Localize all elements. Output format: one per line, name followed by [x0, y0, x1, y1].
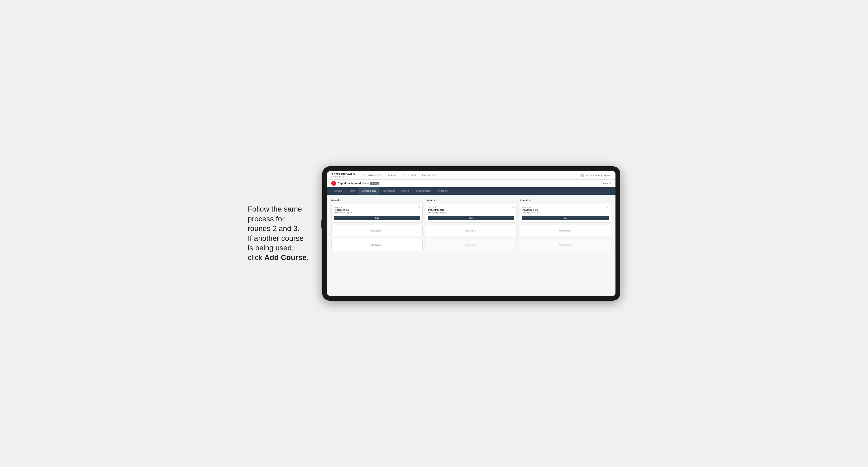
add-course-text-r3-2: Add Course	[559, 244, 570, 246]
round-2-course-tee: Yellow (M) (6629 yds)	[428, 212, 515, 213]
instruction-text: Follow the same process for rounds 2 and…	[248, 205, 309, 261]
round-1-add-course-2-btn[interactable]: Add Course +	[331, 239, 423, 251]
round-1-course-tee: Yellow (M) (6629 yds)	[334, 212, 420, 213]
logo-subtitle: Powered by clippd	[331, 176, 355, 178]
nav-committee[interactable]: COMMITTEE	[401, 173, 417, 178]
round-2-edit-btn[interactable]: Edit	[428, 216, 515, 220]
sign-out-link[interactable]: Sign out	[603, 174, 611, 177]
tab-bar: Details Teams Course Setup Tee Groups Re…	[327, 187, 616, 195]
nav-right: blair@clippd.io | Sign out	[580, 174, 611, 177]
round-1-label: Round 1	[331, 199, 423, 202]
round-1-edit-btn[interactable]: Edit	[334, 216, 420, 220]
add-plus-r2: +	[476, 229, 478, 232]
tab-course-setup[interactable]: Course Setup	[359, 187, 379, 195]
add-course-text-r2-2: Add Course	[464, 244, 475, 246]
cancel-button[interactable]: Cancel ✕	[601, 182, 611, 185]
tab-results[interactable]: Results	[398, 187, 413, 195]
hosting-badge: Hosting	[370, 182, 379, 185]
round-2-course-label: (Course A)	[428, 206, 515, 208]
round-3-label: Round 3	[520, 199, 611, 202]
sub-header: C Clippd Invitational (Men) Hosting Canc…	[327, 180, 616, 187]
top-nav: SCOREBOARD Powered by clippd TOURNAMENTS…	[327, 171, 616, 180]
nav-teams[interactable]: TEAMS	[387, 173, 397, 178]
scoreboard-logo: SCOREBOARD Powered by clippd	[331, 173, 355, 178]
round-2-label: Round 2	[426, 199, 517, 202]
add-plus-r1: +	[382, 229, 384, 232]
round-3-course-tee: Yellow (M) (6629 yds)	[522, 212, 609, 213]
clippd-logo: C	[331, 181, 336, 186]
tab-leaderboards[interactable]: Leaderboards	[413, 187, 434, 195]
add-course-text-r1-2: Add Course	[370, 244, 381, 246]
divider: |	[601, 174, 602, 177]
round-2-course-name: Peachtree GC	[428, 209, 515, 211]
tab-teams[interactable]: Teams	[345, 187, 359, 195]
add-plus-r1-2: +	[382, 244, 384, 246]
round-3-delete-btn[interactable]: ✕	[606, 206, 610, 209]
round-1-course-name: Peachtree GC	[334, 209, 420, 211]
round-3-column: Round 3 ✕ (Course A) Peachtree GC Yellow…	[520, 199, 611, 253]
tablet-screen: SCOREBOARD Powered by clippd TOURNAMENTS…	[327, 171, 616, 296]
user-avatar	[580, 174, 584, 177]
round-3-add-course-btn[interactable]: Add Course +	[520, 225, 611, 237]
round-3-course-label: (Course A)	[522, 206, 609, 208]
round-1-delete-btn[interactable]: ✕	[417, 206, 421, 209]
tournament-gender: (Men)	[363, 182, 369, 185]
tab-details[interactable]: Details	[331, 187, 345, 195]
round-3-course-name: Peachtree GC	[522, 209, 609, 211]
tab-printables[interactable]: Printables	[434, 187, 451, 195]
instruction-panel: Follow the same process for rounds 2 and…	[248, 205, 322, 262]
bold-text: Add Course.	[264, 253, 308, 261]
logo-title: SCOREBOARD	[331, 173, 355, 176]
add-course-text-r1: Add Course	[370, 230, 381, 232]
add-course-text-r2: Add Course	[464, 230, 475, 232]
round-1-course-label: (Course A)	[334, 206, 420, 208]
round-3-course-card: ✕ (Course A) Peachtree GC Yellow (M) (66…	[520, 204, 611, 223]
add-plus-r3: +	[571, 229, 572, 232]
round-2-course-card: ✕ (Course A) Peachtree GC Yellow (M) (66…	[426, 204, 517, 223]
round-2-delete-btn[interactable]: ✕	[512, 206, 515, 209]
round-3-add-course-2-btn: Add Course +	[520, 239, 611, 251]
nav-rankings[interactable]: RANKINGS	[422, 173, 436, 178]
round-2-add-course-btn[interactable]: Add Course +	[426, 225, 517, 237]
nav-tournaments[interactable]: TOURNAMENTS	[363, 173, 383, 178]
round-2-add-course-2-btn: Add Course +	[426, 239, 517, 251]
tournament-name: Clippd Invitational	[338, 182, 361, 185]
add-course-text-r3: Add Course	[559, 230, 570, 232]
round-2-column: Round 2 ✕ (Course A) Peachtree GC Yellow…	[426, 199, 517, 253]
rounds-container: Round 1 ✕ (Course A) Peachtree GC Yellow…	[331, 199, 611, 253]
round-3-edit-btn[interactable]: Edit	[522, 216, 609, 220]
add-plus-r2-2: +	[476, 244, 478, 246]
tablet-device: SCOREBOARD Powered by clippd TOURNAMENTS…	[322, 166, 620, 301]
nav-links: TOURNAMENTS TEAMS COMMITTEE RANKINGS	[363, 173, 575, 178]
round-1-course-card: ✕ (Course A) Peachtree GC Yellow (M) (66…	[331, 204, 423, 223]
user-email: blair@clippd.io	[586, 174, 600, 177]
round-1-add-course-btn[interactable]: Add Course +	[331, 225, 423, 237]
round-1-column: Round 1 ✕ (Course A) Peachtree GC Yellow…	[331, 199, 423, 253]
tab-tee-groups[interactable]: Tee Groups	[379, 187, 398, 195]
tournament-info: C Clippd Invitational (Men) Hosting	[331, 181, 379, 186]
add-plus-r3-2: +	[571, 244, 572, 246]
main-content: Round 1 ✕ (Course A) Peachtree GC Yellow…	[327, 195, 616, 296]
